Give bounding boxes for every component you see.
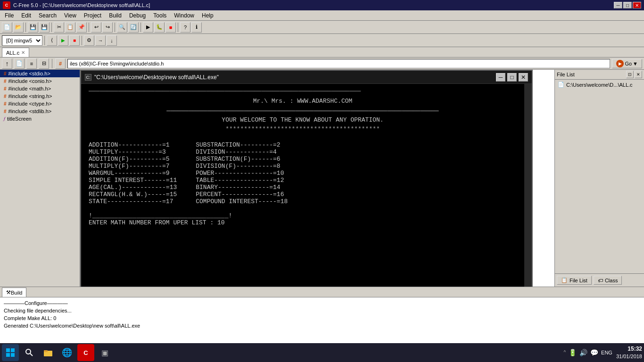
right-panel: File List ⊡ ✕ 📄 C:\Users\welcome\D...\AL… [554,70,644,287]
new-button[interactable]: 📄 [2,22,12,33]
console-maximize-btn[interactable]: □ [507,73,517,82]
save-button[interactable]: 💾 [28,22,38,33]
search-taskbar-button[interactable] [21,344,38,361]
right-tab-filelist[interactable]: 📋 File List [557,276,592,285]
right-panel-float-btn[interactable]: ⊡ [626,71,634,78]
run-toolbar-button[interactable]: ▶ [143,22,153,33]
menu-tools[interactable]: Tools [149,11,170,20]
debug-toolbar-button[interactable]: 🐛 [154,22,165,33]
step-over-button[interactable]: → [95,35,106,46]
include-conio[interactable]: # #include <conio.h> [0,77,80,85]
menu-item-5: ADDITION(F)---------=5 [89,156,177,163]
search-bar-icon3[interactable]: ≡ [26,58,37,69]
func-titlescreen-label: titleScreen [7,116,32,122]
start-button[interactable] [2,344,19,361]
menu-item-11: SIMPLE INTEREST------=11 [89,177,177,184]
battery-icon: 🔋 [569,349,577,356]
menu-item-15: RECTANGL(H.& W.)-----=15 [89,191,177,198]
menu-window[interactable]: Window [170,11,198,20]
app5-taskbar-button[interactable]: ▣ [96,344,113,361]
replace-button[interactable]: 🔄 [128,22,139,33]
console-welcome: YOUR WELCOME TO THE KNOW ABOUT ANY OPRAT… [89,116,517,123]
complete-text: Complete Make ALL: 0 [4,315,56,321]
build2-button[interactable]: ⚙ [84,35,94,46]
hash-icon-1: # [4,71,7,76]
bottom-row-checking: Checking file dependencies... [4,307,640,314]
bottom-tab-build[interactable]: ⚒ Build [2,288,26,297]
volume-icon[interactable]: 🔊 [579,349,587,356]
menu-edit[interactable]: Edit [17,11,35,20]
open-button[interactable]: 📂 [13,22,24,33]
menu-item-12: TABLE----------------=12 [196,177,288,184]
cfree-icon: C [83,349,88,356]
menu-file[interactable]: File [1,11,17,20]
stop-toolbar-button[interactable]: ■ [165,22,176,33]
menu-help[interactable]: Help [198,11,217,20]
help-toolbar-button[interactable]: ? [180,22,190,33]
cfree-taskbar-button[interactable]: C [77,344,94,361]
menu-debug[interactable]: Debug [125,11,149,20]
include-stdlib-label: #include <stdlib.h> [8,108,52,114]
menu-build[interactable]: Build [105,11,125,20]
close-button[interactable]: ✕ [633,2,641,8]
file-tab-allc[interactable]: ALL.c ✕ [2,48,29,57]
info-toolbar-button[interactable]: ℹ [191,22,202,33]
include-ctype[interactable]: # #include <ctype.h> [0,100,80,107]
func-titlescreen[interactable]: 𝑓 titleScreen [0,115,80,123]
menu-search[interactable]: Search [35,11,60,20]
restore-button[interactable]: □ [623,2,632,8]
title-bar: C C-Free 5.0 - [C:\Users\welcome\Desktop… [0,0,644,10]
sep7 [44,36,45,45]
file-tree-icon: 📄 [558,82,564,88]
redo-button[interactable]: ↪ [102,22,113,33]
include-string[interactable]: # #include <string.h> [0,92,80,100]
search-toolbar-button[interactable]: 🔍 [117,22,127,33]
menu-view[interactable]: View [60,11,80,20]
include-ctype-label: #include <ctype.h> [8,101,52,107]
tray-expand[interactable]: ^ [563,350,566,355]
right-tab-class[interactable]: 🏷 Class [594,276,622,285]
search-bar: ↑ 📄 ≡ ⊟ # ▶ Go ▼ [0,58,644,70]
menu-item-16: PERCENT--------------=16 [196,191,288,198]
copy-button[interactable]: 📋 [65,22,75,33]
language-indicator[interactable]: ENG [601,350,612,355]
file-tree-root[interactable]: 📄 C:\Users\welcome\D...\ALL.c [556,81,643,89]
minimize-button[interactable]: ─ [614,2,622,8]
console-close-btn[interactable]: ✕ [519,73,528,82]
run-button[interactable]: ▶ [58,35,68,46]
right-panel-title: File List [557,72,575,77]
paste-button[interactable]: 📌 [76,22,87,33]
search-bar-icon4[interactable]: ⊟ [39,58,49,69]
save-all-button[interactable]: 💾 [39,22,50,33]
search-bar-icon2[interactable]: 📄 [14,58,25,69]
bottom-tab-bar: ⚒ Build [0,287,644,297]
browser-taskbar-button[interactable]: 🌐 [58,344,75,361]
file-tab-close[interactable]: ✕ [21,50,25,55]
clock[interactable]: 15:32 31/01/2018 [616,346,642,360]
console-minimize-btn[interactable]: ─ [496,73,505,82]
menu-project[interactable]: Project [80,11,105,20]
toolbar-build: [D] mingw5 ⟨ ▶ ■ ⚙ → ↓ [0,34,644,47]
go-dropdown-icon[interactable]: ▼ [633,61,638,66]
hash-icon-6: # [4,109,7,114]
stop-button[interactable]: ■ [69,35,80,46]
search-bar-icon1[interactable]: ↑ [2,58,12,69]
include-math[interactable]: # #include <math.h> [0,85,80,92]
console-greeting: Mr.\ Mrs. : WWW.ADARSHC.COM [89,98,517,105]
include-stdlib[interactable]: # #include <stdlib.h> [0,107,80,115]
app-icon: C [3,1,10,9]
cut-button[interactable]: ✂ [54,22,64,33]
file-explorer-taskbar-button[interactable] [40,344,57,361]
right-panel-close-btn[interactable]: ✕ [635,71,642,78]
console-icon: C: [85,74,91,81]
hash-nav-icon[interactable]: # [55,58,66,69]
undo-button[interactable]: ↩ [91,22,101,33]
build-config-select[interactable]: [D] mingw5 [2,35,42,46]
checking-text: Checking file dependencies... [4,308,72,313]
path-input[interactable] [67,59,610,68]
include-stdio[interactable]: # #include <stdio.h> [0,70,80,77]
console-scrollbar[interactable] [524,84,532,287]
prev-button[interactable]: ⟨ [47,35,57,46]
step-into-button[interactable]: ↓ [107,35,117,46]
go-button[interactable]: ▶ Go ▼ [612,59,642,68]
